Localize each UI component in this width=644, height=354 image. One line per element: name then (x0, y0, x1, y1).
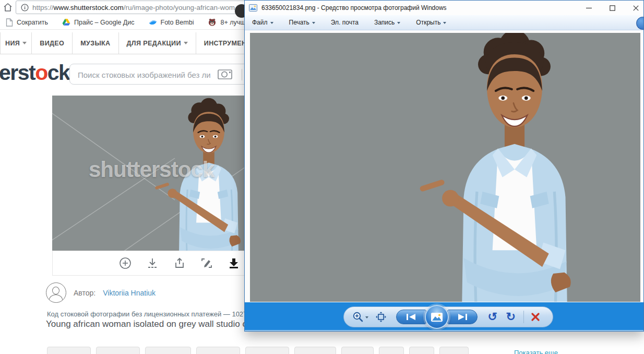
show-more-link[interactable]: Показать еще (514, 349, 558, 354)
maximize-button[interactable] (601, 1, 624, 15)
tag-pill[interactable] (96, 347, 140, 354)
window-controls (577, 1, 644, 15)
tag-pill[interactable] (145, 347, 191, 354)
viewer-bottom-border (245, 330, 643, 331)
tag-pill[interactable] (341, 347, 374, 354)
camera-search-button[interactable] (218, 68, 233, 80)
photo-action-bar (52, 251, 251, 276)
viewer-title-bar[interactable]: 633650021834.png - Средство просмотра фо… (245, 1, 643, 15)
chevron-down-icon (312, 22, 315, 24)
dog-icon (208, 18, 217, 27)
next-button[interactable] (447, 310, 478, 324)
keyword-tags-row (47, 347, 469, 354)
tag-pill[interactable] (294, 347, 336, 354)
tab-images-partial[interactable]: НИЯ (0, 32, 31, 54)
home-button[interactable] (3, 2, 13, 13)
previous-button[interactable] (396, 310, 426, 324)
share-button[interactable] (173, 256, 186, 270)
chevron-down-icon (443, 22, 446, 24)
chevron-down-icon (184, 42, 188, 44)
slideshow-icon (431, 313, 443, 322)
viewer-photo-area (245, 30, 643, 302)
rotate-counterclockwise-button[interactable] (487, 312, 498, 322)
navigation-cluster (396, 305, 478, 329)
viewer-title: 633650021834.png - Средство просмотра фо… (261, 4, 447, 11)
toolbar-divider (523, 311, 524, 323)
tab-editorial[interactable]: ДЛЯ РЕДАКЦИИ (118, 32, 196, 54)
bookmark-sokratit[interactable]: Сократить (6, 18, 48, 27)
delete-button[interactable] (531, 312, 540, 322)
photo-title-line: Young african woman isolated on grey wal… (46, 319, 276, 329)
stock-photo-preview[interactable]: shutterstock (52, 96, 251, 251)
bookmark-google-drive[interactable]: Прайс – Google Дис (62, 18, 135, 26)
tag-pill[interactable] (439, 347, 469, 354)
photo-code-line: Код стоковой фотографии без лицензионных… (47, 310, 262, 318)
menu-print[interactable]: Печать (289, 19, 315, 26)
foto-bembi-icon (149, 18, 157, 27)
page-icon (6, 18, 13, 27)
tag-pill[interactable] (409, 347, 434, 354)
bookmark-foto-bembi[interactable]: Foto Bembi (149, 18, 194, 27)
menu-email[interactable]: Эл. почта (331, 19, 359, 26)
slideshow-button[interactable] (425, 305, 449, 329)
viewer-toolbar-pill (343, 306, 553, 327)
chevron-down-icon (365, 316, 368, 318)
menu-file[interactable]: Файл (252, 19, 273, 26)
menu-burn[interactable]: Запись (374, 19, 400, 26)
author-label: Автор: (74, 289, 96, 297)
minimize-button[interactable] (577, 1, 601, 15)
delete-x-icon (531, 312, 540, 322)
info-icon[interactable] (21, 4, 29, 11)
download-button[interactable] (146, 256, 159, 270)
tag-pill[interactable] (196, 347, 240, 354)
search-box (69, 64, 249, 85)
author-row: Автор: Viktoriia Hnatiuk (46, 282, 156, 303)
tab-video[interactable]: ВИДЕО (31, 32, 72, 54)
shutterstock-logo-partial[interactable]: erstock (0, 61, 69, 85)
tag-pill[interactable] (47, 347, 91, 354)
author-avatar[interactable] (46, 282, 66, 303)
photo-viewer-window: 633650021834.png - Средство просмотра фо… (244, 0, 644, 332)
zoom-dropdown-button[interactable] (352, 311, 368, 323)
woman-photo (404, 33, 625, 302)
search-divider (242, 69, 242, 80)
zoom-in-button[interactable] (118, 256, 132, 270)
author-link[interactable]: Viktoriia Hnatiuk (103, 289, 156, 297)
shutterstock-watermark: shutterstock (52, 157, 251, 182)
magnifier-plus-icon (352, 311, 364, 323)
close-button[interactable] (624, 1, 644, 15)
photo-viewer-icon (249, 4, 257, 11)
fit-to-window-button[interactable] (375, 311, 387, 323)
edit-button[interactable] (200, 256, 213, 270)
search-input[interactable] (77, 65, 212, 84)
tab-music[interactable]: МУЗЫКА (72, 32, 118, 54)
viewer-photo (250, 33, 640, 302)
chevron-down-icon (270, 22, 273, 24)
viewer-toolbar (245, 302, 643, 331)
tag-pill[interactable] (379, 347, 404, 354)
menu-open[interactable]: Открыть (416, 19, 446, 26)
url-text: https://www.shutterstock.com/ru/image-ph… (32, 4, 235, 11)
chevron-down-icon (22, 42, 27, 44)
google-drive-icon (62, 18, 70, 26)
download-filled-button[interactable] (227, 256, 241, 270)
viewer-menu-bar: Файл Печать Эл. почта Запись Открыть (245, 15, 643, 30)
tag-pill[interactable] (245, 347, 289, 354)
chevron-down-icon (397, 22, 400, 24)
fit-to-window-icon (375, 311, 387, 323)
site-nav-tabs: НИЯ ВИДЕО МУЗЫКА ДЛЯ РЕДАКЦИИ ИНСТРУМЕНТ… (0, 32, 272, 54)
rotate-clockwise-button[interactable] (505, 312, 517, 322)
